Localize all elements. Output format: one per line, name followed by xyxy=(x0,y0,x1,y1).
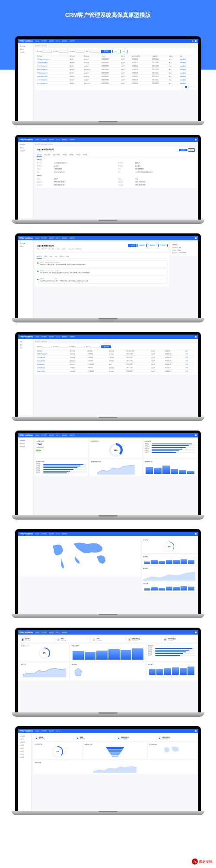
nav-item[interactable]: 系统管理 xyxy=(70,139,75,140)
add-button[interactable]: + 新建客户 xyxy=(101,50,111,53)
nav-item[interactable]: 客户管理 xyxy=(41,533,47,535)
table-row[interactable]: 年度框架协议腾讯科技￥1,200,000赢单2023-10-30陈经理2023-… xyxy=(37,363,195,366)
table-row[interactable]: 京东商城电子商务B类客户电话咨询13400134000孙经理2023-10-07… xyxy=(37,75,195,78)
nav-item[interactable]: 销售管理 xyxy=(49,730,54,732)
nav-item[interactable]: 数据统计 xyxy=(62,237,67,239)
sidebar-item[interactable]: 客户列表 xyxy=(19,143,32,146)
tab[interactable]: 回款 xyxy=(55,255,57,258)
avatar[interactable] xyxy=(195,434,197,436)
table-row[interactable]: 小米科技有限公司C类客户网络推广13300133000周经理2023-10-06… xyxy=(37,78,195,82)
nav-item[interactable]: 客户管理 xyxy=(41,237,47,239)
nav-item[interactable]: 系统管理 xyxy=(70,237,75,239)
sidebar-item[interactable]: 数据概览 xyxy=(19,439,32,442)
nav-item[interactable]: 销售管理 xyxy=(49,533,54,535)
nav-item[interactable]: 销售管理 xyxy=(49,434,54,436)
avatar[interactable] xyxy=(195,730,197,732)
filter-input[interactable] xyxy=(75,346,85,348)
sidebar-item[interactable]: ▸ 设置 xyxy=(19,756,30,759)
tab[interactable]: 回款(1) xyxy=(76,153,80,157)
nav-item[interactable]: 客户管理 xyxy=(41,632,47,633)
table-row[interactable]: 万达集团股份有限公司A类客户主动来访13800138000张经理2023-10-… xyxy=(37,57,195,61)
tab[interactable]: 联系人(3) xyxy=(44,153,50,157)
nav-item[interactable]: 仪表盘 xyxy=(35,632,39,633)
table-row[interactable]: 华为技术有限公司A类客户老客户介绍13200132000吴经理2023-10-0… xyxy=(37,82,195,85)
sidebar-item[interactable]: ▸ 商机 xyxy=(19,744,30,747)
avatar[interactable] xyxy=(195,237,197,239)
nav-item[interactable]: 数据统计 xyxy=(62,139,67,140)
table-row[interactable]: 营销物料采购百度在线￥180,000初步接触2023-12-31赵经理2023-… xyxy=(37,366,195,370)
filter-input[interactable] xyxy=(59,51,68,53)
nav-item[interactable]: 工作台 xyxy=(56,40,60,42)
action-button[interactable]: 更多操作 xyxy=(158,244,168,247)
sidebar-item[interactable]: 销售分析 xyxy=(19,442,32,445)
page-next[interactable]: › xyxy=(193,86,195,88)
sidebar-item[interactable]: 联系人 xyxy=(19,48,32,51)
sidebar-item[interactable]: 合同 xyxy=(19,343,32,346)
nav-item[interactable]: 系统管理 xyxy=(70,40,75,42)
nav-item[interactable]: 仪表盘 xyxy=(35,730,39,732)
tab[interactable]: 跟进记录(12) xyxy=(53,153,60,157)
bell-icon[interactable]: 🔔 xyxy=(192,40,194,42)
sidebar-item[interactable]: 公海客户 xyxy=(19,149,32,152)
tab[interactable]: 跟进记录 xyxy=(37,255,42,258)
table-row[interactable]: 2023年度采购项目万达集团￥580,000需求确认2023-11-30张经理2… xyxy=(37,352,195,356)
sidebar-item[interactable]: 公海客户 xyxy=(19,51,32,54)
nav-item[interactable]: 工作台 xyxy=(56,632,60,633)
sidebar-item[interactable]: ▸ 仪表盘 xyxy=(19,734,30,737)
nav-item[interactable]: 系统管理 xyxy=(70,336,75,338)
filter-input[interactable] xyxy=(42,51,52,53)
nav-item[interactable]: 客户管理 xyxy=(41,434,47,436)
sidebar-item[interactable]: ▸ 合同 xyxy=(19,747,30,750)
tab[interactable]: 基本信息 xyxy=(37,153,42,157)
avatar[interactable] xyxy=(195,40,197,42)
filter-input[interactable] xyxy=(90,51,100,53)
nav-item[interactable]: 仪表盘 xyxy=(35,237,39,239)
nav-item[interactable]: 数据统计 xyxy=(62,40,67,42)
nav-item[interactable]: 客户管理 xyxy=(41,336,47,338)
table-row[interactable]: 中国移动通信集团A类客户电话咨询13900139000王经理2023-10-11… xyxy=(37,61,195,64)
tab[interactable]: 商机 xyxy=(44,255,47,258)
nav-item[interactable]: 数据统计 xyxy=(62,632,67,633)
avatar[interactable] xyxy=(195,336,197,338)
filter-input[interactable] xyxy=(59,346,68,348)
avatar[interactable] xyxy=(195,533,197,535)
sidebar-item[interactable]: ▸ 产品 xyxy=(19,753,30,756)
nav-item[interactable]: 销售管理 xyxy=(49,139,54,140)
nav-item[interactable]: 销售管理 xyxy=(49,336,54,338)
nav-item[interactable]: 客户管理 xyxy=(41,730,47,732)
nav-item[interactable]: 工作台 xyxy=(56,237,60,239)
nav-item[interactable]: 销售管理 xyxy=(49,632,54,633)
sidebar-item[interactable]: 联系人 xyxy=(19,245,32,248)
sidebar-item[interactable]: 回款 xyxy=(19,346,32,349)
sidebar-item[interactable]: 商机 xyxy=(19,340,32,343)
nav-item[interactable]: 数据统计 xyxy=(62,434,67,436)
nav-item[interactable]: 工作台 xyxy=(56,533,60,535)
nav-item[interactable]: 销售管理 xyxy=(49,237,54,239)
nav-item[interactable]: 仪表盘 xyxy=(35,40,39,42)
sidebar-item[interactable]: ▸ 联系人 xyxy=(19,740,30,744)
nav-item[interactable]: 工作台 xyxy=(56,730,60,732)
table-row[interactable]: 阿里巴巴网络技术B类客户网络推广13700137000刘经理2023-10-10… xyxy=(37,64,195,68)
nav-item[interactable]: 工作台 xyxy=(56,434,60,436)
filter-input[interactable] xyxy=(42,346,52,348)
sidebar-item[interactable]: 客户列表 xyxy=(19,242,32,245)
tab[interactable]: 附件 xyxy=(67,255,69,258)
tab[interactable]: 合同 xyxy=(50,255,52,258)
add-button[interactable]: + 新建商机 xyxy=(101,345,111,348)
nav-item[interactable]: 销售管理 xyxy=(49,40,54,42)
filter-input[interactable] xyxy=(75,51,85,53)
action-button[interactable]: 新建合同 xyxy=(148,244,157,247)
edit-button[interactable]: 编辑客户 xyxy=(179,149,187,151)
nav-item[interactable]: 仪表盘 xyxy=(35,139,39,140)
nav-item[interactable]: 数据统计 xyxy=(62,533,67,535)
page-prev[interactable]: ‹ xyxy=(182,86,184,88)
nav-item[interactable]: 系统管理 xyxy=(70,434,75,436)
nav-item[interactable]: 工作台 xyxy=(56,336,60,338)
import-button[interactable]: 导入 xyxy=(112,50,119,53)
tab[interactable]: 合同(1) xyxy=(70,153,74,157)
page-num[interactable]: 2 xyxy=(187,86,190,88)
sidebar-item[interactable]: 客户分析 xyxy=(19,445,32,448)
action-button[interactable]: + 写跟进 xyxy=(128,244,137,247)
nav-item[interactable]: 客户管理 xyxy=(41,40,47,42)
nav-item[interactable]: 仪表盘 xyxy=(35,336,39,338)
